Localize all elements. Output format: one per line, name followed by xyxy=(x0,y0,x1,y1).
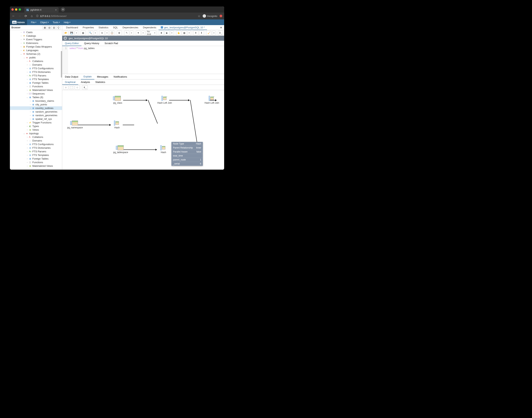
tree-node[interactable]: ⌄◈public xyxy=(10,56,62,59)
close-window-button[interactable] xyxy=(12,8,14,11)
site-info-icon[interactable]: ⓘ xyxy=(36,14,38,18)
paste-icon[interactable]: 📋 xyxy=(109,31,114,35)
tree-node[interactable]: ›⧉Extensions xyxy=(10,41,62,45)
tree-node[interactable]: ›⌂Domains xyxy=(10,139,62,142)
tree-node[interactable]: ›▦Materialized Views xyxy=(10,88,62,92)
main-tab-sql[interactable]: SQL xyxy=(111,25,120,30)
tree-node[interactable]: ›A↓Collations xyxy=(10,59,62,63)
main-tab-dependencies[interactable]: Dependencies xyxy=(120,25,141,30)
tree-node[interactable]: ›▤FTS Configurations xyxy=(10,67,62,70)
close-tab-button[interactable]: ✕ xyxy=(218,26,224,29)
tree-node[interactable]: ⌄▦Tables (6) xyxy=(10,95,62,99)
tree-node[interactable]: ›⚑Event Triggers xyxy=(10,38,62,41)
plan-node-pg-class[interactable]: pg_class xyxy=(113,96,122,104)
plan-node-pg-namespace[interactable]: pg_namespace xyxy=(67,121,83,129)
filter-icon[interactable]: ▼ xyxy=(136,31,141,35)
plan-node-hash-1[interactable]: Hash xyxy=(114,121,120,129)
tree-node[interactable]: ›⌂Domains xyxy=(10,63,62,67)
tree-node[interactable]: ›▤FTS Configurations xyxy=(10,142,62,146)
clear-icon[interactable]: 🧹 xyxy=(206,31,211,35)
tree-node[interactable]: ›▦Views xyxy=(10,128,62,132)
explain-subtab-statistics[interactable]: Statistics xyxy=(93,80,108,85)
stop-icon[interactable]: ■ xyxy=(159,31,164,35)
query-tool-tab[interactable]: geo_test/postgres@PostgreSQL 10 * xyxy=(158,25,207,30)
tree-node[interactable]: ›A↓Collations xyxy=(10,135,62,139)
tree-node[interactable]: ›{}Functions xyxy=(10,161,62,164)
find-dropdown[interactable]: ▾ xyxy=(94,31,97,35)
tree-node[interactable]: ›AaFTS Parsers xyxy=(10,150,62,153)
pgadmin-brand[interactable]: pgAdmin xyxy=(10,19,27,25)
edit-icon[interactable]: ✎ xyxy=(124,31,129,35)
tree-node[interactable]: ›▦Foreign Tables xyxy=(10,81,62,85)
search-icon[interactable]: Q xyxy=(56,26,60,29)
tree-node[interactable]: ›▦city_points xyxy=(10,103,62,106)
tree-node[interactable]: ›1.3Sequences xyxy=(10,92,62,95)
extension-icon[interactable] xyxy=(220,15,222,17)
tree-node[interactable]: ›▤FTS Templates xyxy=(10,77,62,81)
execute-icon[interactable]: ▶ xyxy=(165,31,169,35)
download-icon[interactable]: ⬇_ xyxy=(218,31,223,35)
editor-tab-query-editor[interactable]: Query Editor xyxy=(62,41,82,46)
tree-node[interactable]: ⌄❖Schemas (2) xyxy=(10,52,62,56)
stats-icon[interactable]: ▥ xyxy=(52,26,56,29)
limit-select[interactable]: No limit xyxy=(146,31,157,35)
tree-scrollbar[interactable] xyxy=(61,51,62,78)
main-tab-dashboard[interactable]: Dashboard xyxy=(64,25,81,30)
maximize-window-button[interactable] xyxy=(19,8,21,11)
home-button[interactable]: ⌂ xyxy=(30,14,34,18)
copy-icon[interactable]: ⧉ xyxy=(99,31,105,35)
menu-tools[interactable]: Tools ▾ xyxy=(51,21,62,24)
explain-dropdown[interactable]: ▾ xyxy=(188,31,191,35)
tree-node[interactable]: ›▦spatial_ref_sys xyxy=(10,117,62,121)
plan-node-hash-left-join-1[interactable]: ↑↑ Hash Left Join xyxy=(157,96,172,104)
filter-dropdown[interactable]: ▾ xyxy=(142,31,145,35)
tree-node[interactable]: ›▦random_geometries xyxy=(10,110,62,114)
object-tree[interactable]: ›⌬Casts›❖Catalogs›⚑Event Triggers›⧉Exten… xyxy=(10,30,62,170)
delete-icon[interactable]: 🗑 xyxy=(117,31,122,35)
open-file-icon[interactable]: 📂 xyxy=(63,31,68,35)
close-tab-icon[interactable]: × xyxy=(55,8,57,12)
edit-dropdown[interactable]: ▾ xyxy=(130,31,133,35)
new-tab-button[interactable]: + xyxy=(61,7,65,12)
tree-node[interactable]: ›▦boundary_claims xyxy=(10,99,62,103)
minimize-window-button[interactable] xyxy=(15,8,17,11)
reload-button[interactable]: ⟳ xyxy=(24,14,27,18)
menu-object[interactable]: Object ▾ xyxy=(38,21,51,24)
tree-node[interactable]: ›◧Types xyxy=(10,124,62,128)
tree-node[interactable]: ›▤FTS Dictionaries xyxy=(10,70,62,74)
save-dropdown[interactable]: ▾ xyxy=(75,31,78,35)
output-tab-messages[interactable]: Messages xyxy=(94,74,111,79)
clear-dropdown[interactable]: ▾ xyxy=(212,31,216,35)
tree-node[interactable]: ›▤FTS Dictionaries xyxy=(10,146,62,150)
bookmark-icon[interactable]: ☆ xyxy=(198,14,200,18)
copy-dropdown[interactable]: ▾ xyxy=(105,31,109,35)
save-icon[interactable]: 💾 xyxy=(69,31,74,35)
code-editor[interactable]: 1 select * from pg_tables xyxy=(62,46,224,74)
explain-subtab-graphical[interactable]: Graphical xyxy=(62,80,78,85)
execute-dropdown[interactable]: ▾ xyxy=(170,31,174,35)
commit-icon[interactable]: ⬆ xyxy=(193,31,198,35)
sql-icon[interactable]: ▤ xyxy=(47,26,51,29)
properties-icon[interactable]: ▦ xyxy=(43,26,47,29)
tree-node[interactable]: ›▦country_outlines xyxy=(10,106,62,110)
tree-node[interactable]: ›❖Catalogs xyxy=(10,34,62,38)
editor-tab-query-history[interactable]: Query History xyxy=(82,41,102,46)
output-tab-explain[interactable]: Explain xyxy=(81,74,94,80)
url-field[interactable]: ⓘ 127.0.0.1:5050/browser/ xyxy=(36,14,195,18)
plan-node-pg-tablespace[interactable]: pg_tablespace xyxy=(113,145,128,154)
explain-canvas[interactable]: pg_class pg_namespace pg_tablespace Hash… xyxy=(62,90,224,170)
tree-node[interactable]: ›⚡Trigger Functions xyxy=(10,121,62,124)
tree-node[interactable]: ›⌬Casts xyxy=(10,30,62,34)
tree-node[interactable]: ›◐Languages xyxy=(10,48,62,52)
editor-tab-scratch-pad[interactable]: Scratch Pad xyxy=(102,41,121,46)
back-button[interactable]: ← xyxy=(12,14,15,18)
tree-node[interactable]: ›AaFTS Parsers xyxy=(10,74,62,77)
tree-node[interactable]: ›▤FTS Templates xyxy=(10,153,62,157)
plan-node-hash-left-join-2[interactable]: ↑↑ Hash Left Join xyxy=(204,96,219,104)
tree-node[interactable]: ⌄◈topology xyxy=(10,132,62,135)
tree-node[interactable]: ›▦Foreign Data Wrappers xyxy=(10,45,62,48)
menu-help[interactable]: Help ▾ xyxy=(62,21,72,24)
browser-tab[interactable]: Pg pgAdmin 4 × xyxy=(24,7,59,12)
output-tab-data-output[interactable]: Data Output xyxy=(62,74,81,79)
tree-node[interactable]: ›▦Materialized Views xyxy=(10,164,62,168)
